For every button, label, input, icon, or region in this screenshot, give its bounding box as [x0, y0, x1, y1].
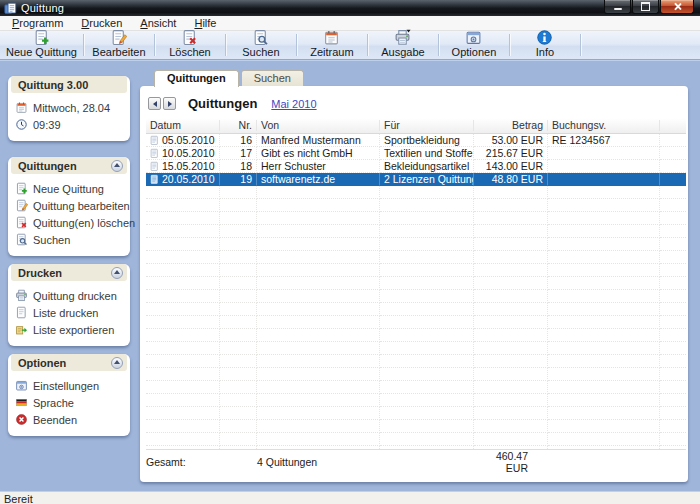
info-icon [536, 29, 553, 46]
receipt-row-05-05-2010[interactable]: 05.05.201016Manfred MustermannSportbekle… [146, 134, 686, 147]
toolbar-button-suchen[interactable]: Suchen [226, 31, 296, 59]
table-body: 05.05.201016Manfred MustermannSportbekle… [146, 134, 686, 450]
empty-row [146, 251, 686, 264]
chevron-up-icon [114, 163, 120, 167]
new-receipt-icon [15, 182, 28, 195]
window-title: Quittung [21, 2, 64, 14]
search-receipt-icon [15, 233, 28, 246]
sidebar-item-liste-drucken[interactable]: Liste drucken [15, 304, 125, 321]
empty-row [146, 303, 686, 316]
menu-item-programm[interactable]: Programm [3, 16, 72, 30]
column-header-für[interactable]: Für [380, 120, 474, 131]
menu-item-ansicht[interactable]: Ansicht [131, 16, 185, 30]
empty-row [146, 316, 686, 329]
menu-item-drucken[interactable]: Drucken [72, 16, 131, 30]
window-controls [604, 0, 694, 13]
search-receipt-icon [252, 29, 269, 46]
chevron-up-icon [114, 270, 120, 274]
minimize-icon [614, 8, 622, 10]
empty-row [146, 264, 686, 277]
previous-month-button[interactable] [148, 97, 161, 110]
toolbar-button-info[interactable]: Info [510, 31, 580, 59]
sidebar: Quittung 3.00 Mittwoch, 28.04 09:39 Quit… [8, 61, 130, 491]
total-label: Gesamt: [146, 456, 220, 468]
empty-row [146, 186, 686, 199]
quit-icon [15, 413, 28, 426]
toolbar: Neue QuittungBearbeitenLöschenSuchenZeit… [0, 31, 700, 60]
collapse-button[interactable] [111, 357, 123, 369]
sidebar-item-liste-exportieren[interactable]: Liste exportieren [15, 321, 125, 338]
options-window-icon [465, 29, 482, 46]
empty-row [146, 277, 686, 290]
column-header-nr[interactable]: Nr. [220, 120, 257, 131]
tab-quittungen[interactable]: Quittungen [154, 70, 239, 87]
workspace: Quittung 3.00 Mittwoch, 28.04 09:39 Quit… [0, 60, 700, 491]
receipt-doc-icon [150, 161, 159, 172]
delete-receipt-icon [15, 216, 28, 229]
printer-icon [15, 289, 28, 302]
clock-icon [15, 118, 28, 131]
chevron-right-icon [168, 101, 172, 107]
sidebar-item-quittung-bearbeiten[interactable]: Quittung bearbeiten [15, 197, 125, 214]
maximize-button[interactable] [632, 0, 659, 14]
toolbar-button-neue-quittung[interactable]: Neue Quittung [0, 31, 83, 59]
column-header-buchungsv[interactable]: Buchungsv. [548, 120, 660, 131]
chevron-left-icon [153, 101, 157, 107]
sidebar-item-suchen[interactable]: Suchen [15, 231, 125, 248]
collapse-button[interactable] [111, 267, 123, 279]
receipt-row-20-05-2010[interactable]: 20.05.201019softwarenetz.de2 Lizenzen Qu… [146, 173, 686, 186]
delete-receipt-icon [181, 29, 198, 46]
column-header-datum[interactable]: Datum [146, 120, 220, 131]
table-header: DatumNr.VonFürBetragBuchungsv. [146, 118, 686, 134]
empty-row [146, 355, 686, 368]
current-time: 09:39 [15, 116, 125, 133]
settings-window-icon [15, 379, 28, 392]
chevron-up-icon [114, 360, 120, 364]
edit-receipt-icon [110, 29, 127, 46]
toolbar-button-optionen[interactable]: Optionen [439, 31, 509, 59]
column-header-betrag[interactable]: Betrag [474, 120, 548, 131]
empty-row [146, 238, 686, 251]
receipt-doc-icon [150, 135, 159, 146]
statusbar: Bereit [0, 491, 700, 504]
sidebar-panel-optionen: OptionenEinstellungenSpracheBeenden [8, 354, 130, 436]
empty-row [146, 225, 686, 238]
toolbar-button-zeitraum[interactable]: Zeitraum [297, 31, 367, 59]
toolbar-button-bearbeiten[interactable]: Bearbeiten [84, 31, 154, 59]
collapse-button[interactable] [111, 160, 123, 172]
empty-row [146, 199, 686, 212]
german-flag-icon [15, 396, 28, 409]
list-title: Quittungen [188, 96, 257, 111]
receipt-doc-icon-selected [150, 174, 159, 185]
tab-suchen[interactable]: Suchen [241, 70, 304, 86]
month-link[interactable]: Mai 2010 [271, 98, 316, 110]
maximize-icon [641, 2, 650, 11]
app-icon [4, 2, 17, 15]
empty-row [146, 290, 686, 303]
sidebar-item-einstellungen[interactable]: Einstellungen [15, 377, 125, 394]
column-header-von[interactable]: Von [257, 120, 380, 131]
empty-row [146, 381, 686, 394]
status-text: Bereit [4, 493, 33, 504]
sidebar-item-sprache[interactable]: Sprache [15, 394, 125, 411]
empty-row [146, 368, 686, 381]
receipt-row-15-05-2010[interactable]: 15.05.201018Herr SchusterBekleidungsarti… [146, 160, 686, 173]
main-area: QuittungenSuchen Quittungen Mai 2010 Dat… [140, 61, 688, 491]
current-date: Mittwoch, 28.04 [15, 99, 125, 116]
sidebar-item-beenden[interactable]: Beenden [15, 411, 125, 428]
toolbar-button-löschen[interactable]: Löschen [155, 31, 225, 59]
total-amount: 460.47 EUR [474, 450, 548, 474]
receipt-row-10-05-2010[interactable]: 10.05.201017Gibt es nicht GmbHTextilien … [146, 147, 686, 160]
sidebar-item-neue-quittung[interactable]: Neue Quittung [15, 180, 125, 197]
sidebar-item-quittung-en-löschen[interactable]: Quittung(en) löschen [15, 214, 125, 231]
calendar-icon [323, 29, 340, 46]
sidebar-item-quittung-drucken[interactable]: Quittung drucken [15, 287, 125, 304]
close-button[interactable] [660, 0, 694, 14]
next-month-button[interactable] [163, 97, 176, 110]
minimize-button[interactable] [604, 0, 631, 14]
toolbar-button-ausgabe[interactable]: Ausgabe [368, 31, 438, 59]
empty-row [146, 329, 686, 342]
menu-item-hilfe[interactable]: Hilfe [185, 16, 225, 30]
tab-bar: QuittungenSuchen [154, 70, 688, 86]
calendar-icon [15, 101, 28, 114]
